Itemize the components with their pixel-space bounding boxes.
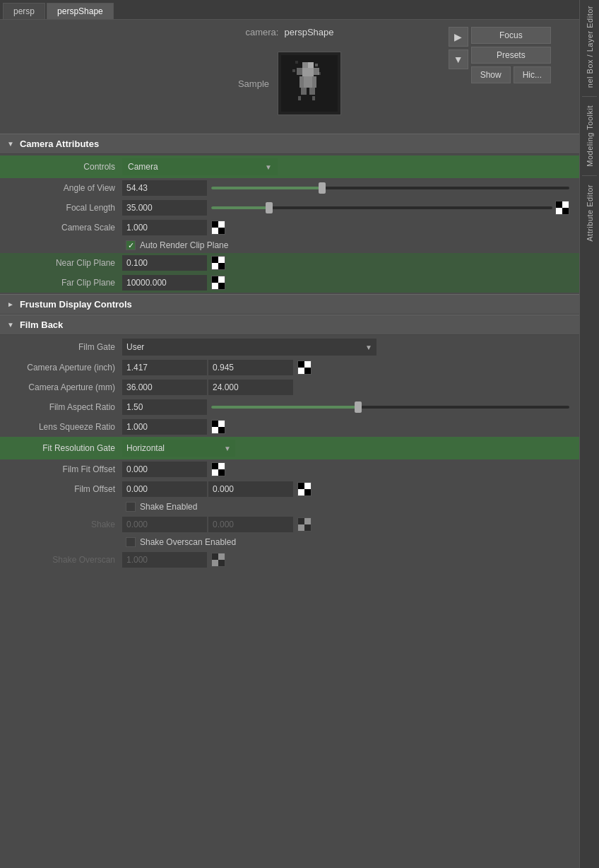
camera-scale-checker[interactable] <box>211 221 225 235</box>
focal-length-slider[interactable] <box>207 201 574 215</box>
focal-length-label: Focal Length <box>6 203 122 213</box>
frustum-display-header[interactable]: ► Frustum Display Controls <box>0 294 579 315</box>
film-gate-dropdown-container: User ▼ <box>122 339 574 356</box>
tab-persp[interactable]: persp <box>3 3 45 19</box>
svg-rect-1 <box>302 62 308 68</box>
film-back-header[interactable]: ▼ Film Back <box>0 315 579 335</box>
shake-overscan-checker <box>211 553 225 567</box>
camera-scale-row: Camera Scale <box>0 218 579 237</box>
shake-overscan-enabled-checkbox[interactable] <box>126 537 136 547</box>
film-back-arrow: ▼ <box>7 321 14 329</box>
shake-input2 <box>208 517 293 532</box>
presets-button[interactable]: Presets <box>471 47 551 64</box>
auto-render-clip-label: Auto Render Clip Plane <box>140 240 228 250</box>
svg-rect-15 <box>298 96 301 100</box>
shake-overscan-enabled-label: Shake Overscan Enabled <box>140 537 236 547</box>
near-clip-extras <box>207 256 574 270</box>
frustum-display-title: Frustum Display Controls <box>20 299 132 310</box>
svg-rect-12 <box>315 64 318 66</box>
film-offset-inputs <box>122 481 293 497</box>
svg-rect-16 <box>312 96 315 100</box>
sample-label: Sample <box>238 78 269 89</box>
film-gate-dropdown[interactable]: User ▼ <box>122 339 376 356</box>
frustum-display-arrow: ► <box>7 300 14 308</box>
fit-resolution-gate-label: Fit Resolution Gate <box>6 443 122 453</box>
shake-enabled-row: Shake Enabled <box>0 499 579 515</box>
focal-length-thumb[interactable] <box>266 202 273 213</box>
far-clip-input[interactable] <box>122 275 207 291</box>
fit-resolution-gate-dropdown-container: Horizontal ▼ <box>122 440 235 457</box>
shake-enabled-label: Shake Enabled <box>140 502 197 512</box>
header-icon-buttons: ▶ ▼ <box>449 27 468 83</box>
tab-perspshape[interactable]: perspShape <box>47 3 114 19</box>
camera-label: camera: <box>245 27 278 37</box>
shake-overscan-row: Shake Overscan <box>0 550 579 570</box>
focal-length-checker[interactable] <box>555 201 569 215</box>
focal-length-input[interactable] <box>122 200 207 216</box>
sample-thumbnail <box>278 52 341 115</box>
controls-dropdown[interactable]: Camera ▼ <box>122 158 278 175</box>
sidebar-label-3: Attribute Editor <box>586 179 594 247</box>
camera-aperture-mm-input2[interactable] <box>208 380 293 395</box>
angle-of-view-thumb[interactable] <box>319 182 326 194</box>
shake-inputs <box>122 517 293 532</box>
camera-scale-input[interactable] <box>122 220 207 235</box>
sidebar-label-2: Modeling Toolkit <box>586 100 594 172</box>
shake-overscan-enabled-row: Shake Overscan Enabled <box>0 534 579 550</box>
focus-button[interactable]: Focus <box>471 27 551 44</box>
svg-rect-3 <box>297 68 302 75</box>
camera-aperture-inch-input2[interactable] <box>208 360 293 375</box>
main-content: persp perspShape ▶ ▼ Focus Presets Show … <box>0 0 579 571</box>
angle-of-view-track <box>211 187 569 189</box>
shake-label: Shake <box>6 520 122 529</box>
camera-aperture-mm-input1[interactable] <box>122 380 207 395</box>
camera-aperture-inch-checker[interactable] <box>297 360 312 375</box>
film-offset-checker[interactable] <box>297 482 312 496</box>
film-fit-offset-row: Film Fit Offset <box>0 459 579 479</box>
film-fit-offset-input[interactable] <box>122 462 207 477</box>
film-aspect-ratio-row: Film Aspect Ratio <box>0 397 579 417</box>
controls-arrow-icon: ▼ <box>265 163 272 171</box>
auto-render-clip-checkbox[interactable] <box>126 240 136 250</box>
fit-resolution-gate-value: Horizontal <box>126 443 165 453</box>
shake-overscan-label: Shake Overscan <box>6 555 122 565</box>
angle-of-view-fill <box>211 187 326 189</box>
hide-button[interactable]: Hic... <box>514 66 551 83</box>
lens-squeeze-ratio-checker[interactable] <box>211 420 225 434</box>
angle-of-view-label: Angle of View <box>6 183 122 193</box>
film-aspect-ratio-label: Film Aspect Ratio <box>6 402 122 412</box>
shake-checker <box>297 517 312 532</box>
near-clip-input[interactable] <box>122 255 207 271</box>
film-aspect-ratio-track <box>211 406 569 409</box>
far-clip-checker[interactable] <box>211 276 225 290</box>
arrow-down-icon[interactable]: ▼ <box>449 49 468 69</box>
film-offset-row: Film Offset <box>0 479 579 499</box>
sidebar-divider-2 <box>582 175 598 176</box>
far-clip-label: Far Clip Plane <box>6 278 122 288</box>
film-aspect-ratio-input[interactable] <box>122 399 207 415</box>
fit-resolution-gate-arrow-icon: ▼ <box>224 445 231 452</box>
film-aspect-ratio-thumb[interactable] <box>355 401 362 413</box>
shake-enabled-checkbox[interactable] <box>126 502 136 512</box>
camera-aperture-inch-inputs <box>122 360 293 375</box>
film-offset-input2[interactable] <box>208 481 293 497</box>
lens-squeeze-ratio-input[interactable] <box>122 419 207 435</box>
film-fit-offset-label: Film Fit Offset <box>6 464 122 474</box>
fit-resolution-gate-dropdown[interactable]: Horizontal ▼ <box>122 440 235 457</box>
film-aspect-ratio-slider[interactable] <box>207 406 574 409</box>
angle-of-view-input[interactable] <box>122 180 207 196</box>
film-fit-offset-checker[interactable] <box>211 462 225 476</box>
camera-aperture-inch-extras <box>293 360 574 375</box>
near-clip-checker[interactable] <box>211 256 225 270</box>
near-clip-row: Near Clip Plane <box>0 253 579 273</box>
film-offset-input1[interactable] <box>122 481 207 497</box>
arrow-right-icon[interactable]: ▶ <box>449 27 468 47</box>
shake-overscan-input <box>122 552 207 568</box>
film-aspect-ratio-fill <box>211 406 362 409</box>
camera-attributes-header[interactable]: ▼ Camera Attributes <box>0 134 579 154</box>
camera-aperture-inch-input1[interactable] <box>122 360 207 375</box>
svg-rect-11 <box>295 61 298 64</box>
show-button[interactable]: Show <box>471 66 511 83</box>
angle-of-view-slider[interactable] <box>207 187 574 189</box>
lens-squeeze-ratio-label: Lens Squeeze Ratio <box>6 422 122 432</box>
